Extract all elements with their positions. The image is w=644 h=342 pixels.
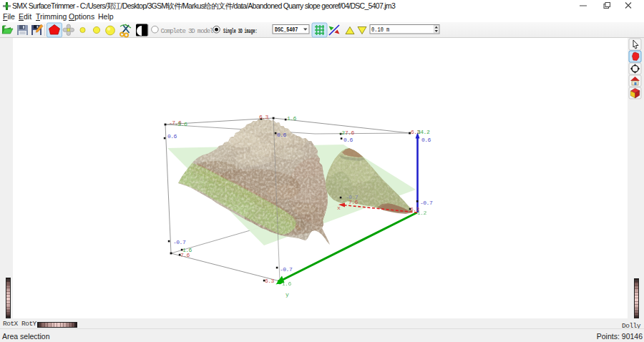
- svg-text:1.2: 1.2: [417, 210, 427, 216]
- svg-text:-0.7: -0.7: [420, 200, 433, 206]
- svg-text:6.3: 6.3: [265, 278, 275, 284]
- svg-text:y: y: [286, 291, 289, 298]
- svg-text:7.6: 7.6: [348, 199, 358, 205]
- svg-text:-0.7: -0.7: [173, 239, 186, 245]
- svg-text:1.6: 1.6: [282, 280, 292, 287]
- svg-text:-2.: -2.: [338, 130, 348, 136]
- svg-text:-3.6: -3.6: [175, 121, 187, 127]
- svg-text:0.6: 0.6: [277, 132, 287, 138]
- svg-text:0.6: 0.6: [343, 137, 353, 143]
- svg-text:34.2: 34.2: [417, 129, 430, 135]
- svg-text:-0.7: -0.7: [280, 266, 293, 273]
- svg-text:x: x: [337, 205, 341, 211]
- svg-text:0.6: 0.6: [421, 137, 431, 143]
- svg-text:1.6: 1.6: [182, 247, 192, 253]
- svg-text:0.6: 0.6: [167, 133, 177, 140]
- svg-text:1.6: 1.6: [287, 115, 297, 122]
- svg-text:6.3: 6.3: [259, 114, 269, 120]
